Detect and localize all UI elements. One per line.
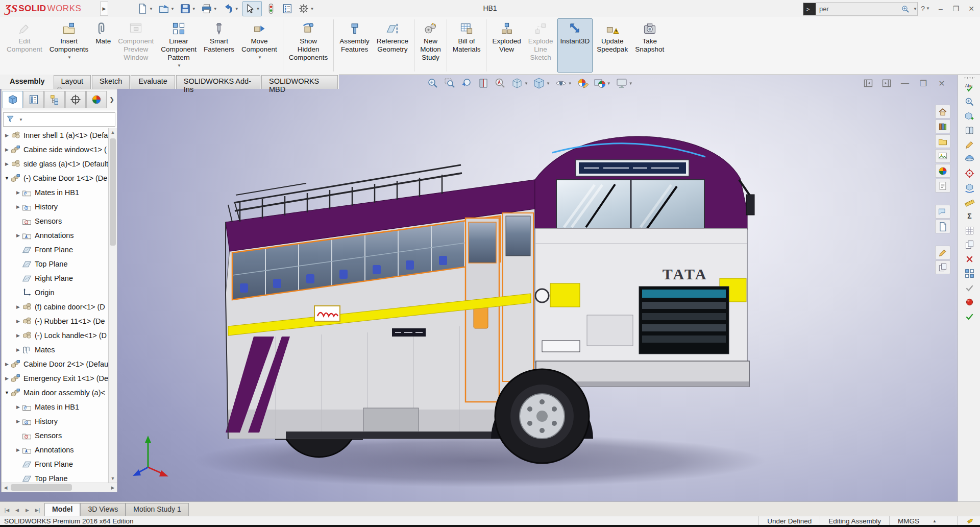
tree-expander[interactable]: ▶ <box>15 447 21 452</box>
tab-evaluate[interactable]: Evaluate <box>131 75 175 89</box>
tree-item[interactable]: ▶side glass (a)<1> (Default <box>2 157 109 171</box>
previous-view-button[interactable] <box>460 77 473 89</box>
pencil-tools-button[interactable] <box>935 246 950 259</box>
tree-item[interactable]: Right Plane <box>2 271 109 285</box>
bill-of-materials-button[interactable]: Bill of Materials <box>450 18 484 73</box>
scroll-down-arrow[interactable]: ▼ <box>109 474 117 483</box>
tab-sketch[interactable]: Sketch <box>92 75 130 89</box>
tree-item[interactable]: ▶Cabine side window<1> ( <box>2 142 109 157</box>
restore-button[interactable]: ❐ <box>948 2 964 15</box>
menu-flyout-arrow[interactable]: ▶ <box>100 2 108 16</box>
magnifier-button[interactable] <box>962 95 977 108</box>
appearances-scenes-button[interactable] <box>935 164 950 178</box>
dynamic-annotation-views-button[interactable] <box>494 77 506 89</box>
scrollbar-thumb[interactable] <box>11 484 72 491</box>
bus-model[interactable]: TATA <box>194 136 766 487</box>
select-button[interactable]: ▼ <box>242 1 262 16</box>
tree-expander[interactable]: ▶ <box>15 347 21 352</box>
viewport-canvas[interactable]: TATA <box>0 75 980 501</box>
forum-button[interactable] <box>935 205 950 219</box>
tree-item[interactable]: ▶Annotations <box>2 228 109 243</box>
panel-tabs-overflow-arrow[interactable]: ❯ <box>109 96 114 103</box>
tree-item[interactable]: ▶Mates in HB1 <box>2 185 109 200</box>
tree-item[interactable]: Top Plane <box>2 471 109 483</box>
displaymanager-tab[interactable] <box>86 91 107 108</box>
zoom-to-fit-button[interactable] <box>427 77 439 89</box>
tag-button[interactable] <box>957 516 980 525</box>
linear-component-pattern-button[interactable]: Linear Component Pattern▼ <box>158 18 200 73</box>
half-sphere-button[interactable] <box>962 152 977 165</box>
show-hidden-components-button[interactable]: Show Hidden Components <box>286 18 331 73</box>
search-icon[interactable] <box>899 5 912 14</box>
undo-button[interactable]: ▼ <box>221 1 240 16</box>
tree-vertical-scrollbar[interactable]: ▲ ▼ <box>108 128 117 483</box>
edit-appearance-button[interactable] <box>577 77 589 89</box>
display-style-dropdown-arrow[interactable]: ▼ <box>524 81 528 86</box>
open-button[interactable]: ▼ <box>157 1 176 16</box>
units-dropdown-arrow[interactable]: ▲ <box>933 519 937 523</box>
mate-button[interactable]: Mate <box>92 18 114 73</box>
tree-item[interactable]: ▶Inner shell 1 (a)<1> (Defa <box>2 128 109 142</box>
insert-components-button[interactable]: Insert Components▼ <box>46 18 92 73</box>
design-binder-book-button[interactable] <box>962 124 977 137</box>
tab-assembly[interactable]: Assembly <box>2 75 53 89</box>
close-document-button[interactable]: ✕ <box>936 78 947 88</box>
tab-solidworks-mbd[interactable]: SOLIDWORKS MBD <box>261 75 338 89</box>
scroll-right-arrow[interactable]: ▶ <box>109 485 117 490</box>
tree-expander[interactable]: ▶ <box>15 204 21 209</box>
home-resources-button[interactable] <box>935 105 950 118</box>
pane-left-button[interactable] <box>863 78 874 88</box>
restore-document-button[interactable]: ❐ <box>918 78 929 88</box>
file-properties-button[interactable] <box>280 1 295 16</box>
options-button[interactable]: ▼ <box>297 1 316 16</box>
tree-item[interactable]: ▼Main door assembly (a)< <box>2 386 109 400</box>
hide-show-items-button[interactable]: ▼ <box>555 77 572 89</box>
sigma-equations-button[interactable]: Σ <box>962 209 977 223</box>
save-button[interactable]: ▼ <box>178 1 198 16</box>
view-orientation-dropdown-arrow[interactable]: ▼ <box>546 81 550 86</box>
take-snapshot-button[interactable]: Take Snapshot <box>632 18 667 73</box>
graphics-area[interactable]: TATA <box>0 75 980 501</box>
tree-item[interactable]: ▶(-) Rubber 11<1> (De <box>2 314 109 328</box>
configurationmanager-tab[interactable] <box>44 91 65 108</box>
tree-item[interactable]: Sensors <box>2 428 109 443</box>
tree-expander[interactable]: ▶ <box>4 362 10 367</box>
close-button[interactable]: ✕ <box>964 2 979 15</box>
move-component-button[interactable]: Move Component▼ <box>238 18 280 73</box>
tree-expander[interactable]: ▶ <box>4 161 10 166</box>
assembly-features-button[interactable]: Assembly Features <box>336 18 373 73</box>
red-x-delete-button[interactable] <box>962 252 977 266</box>
tree-item[interactable]: ▶Cabine Door 2<1> (Defau <box>2 357 109 371</box>
tree-item[interactable]: ▶History <box>2 200 109 214</box>
linear-component-pattern-dropdown-arrow[interactable]: ▼ <box>177 62 181 70</box>
zoom-to-area-button[interactable] <box>444 77 456 89</box>
components-stack-button[interactable] <box>962 267 977 280</box>
new-document-button[interactable]: ▼ <box>135 1 155 16</box>
view-palette-button[interactable] <box>935 149 950 163</box>
rotate-view-button[interactable] <box>962 181 977 194</box>
scroll-up-arrow[interactable]: ▲ <box>109 128 117 136</box>
design-library-button[interactable] <box>935 119 950 133</box>
green-check-button[interactable] <box>962 309 977 323</box>
tree-item[interactable]: ▶Annotations <box>2 443 109 457</box>
move-component-dropdown-arrow[interactable]: ▼ <box>258 54 262 62</box>
tree-item[interactable]: Front Plane <box>2 243 109 257</box>
file-explorer-button[interactable] <box>935 134 950 148</box>
red-ball-button[interactable] <box>962 295 977 308</box>
select-dropdown-arrow[interactable]: ▼ <box>256 7 260 11</box>
tree-item[interactable]: Sensors <box>2 214 109 228</box>
section-view-button[interactable] <box>477 77 489 89</box>
tree-item[interactable]: ▼(-) Cabine Door 1<1> (De <box>2 171 109 185</box>
model-tab-model[interactable]: Model <box>44 503 80 516</box>
tree-expander[interactable]: ▶ <box>4 376 10 381</box>
model-tab-motion-study-1[interactable]: Motion Study 1 <box>126 503 188 516</box>
passenger-door[interactable] <box>465 218 499 402</box>
scrollbar-thumb[interactable] <box>110 138 116 246</box>
gray-check-button[interactable] <box>962 281 977 294</box>
propertymanager-tab[interactable] <box>23 91 44 108</box>
instant3d-button[interactable]: Instant3D <box>557 18 593 73</box>
previous-tab-button[interactable]: ◀ <box>12 505 22 515</box>
hide-show-items-dropdown-arrow[interactable]: ▼ <box>568 81 572 86</box>
update-speedpak-button[interactable]: Update Speedpak <box>594 18 631 73</box>
tab-solidworks-add-ins[interactable]: SOLIDWORKS Add-Ins <box>176 75 260 89</box>
